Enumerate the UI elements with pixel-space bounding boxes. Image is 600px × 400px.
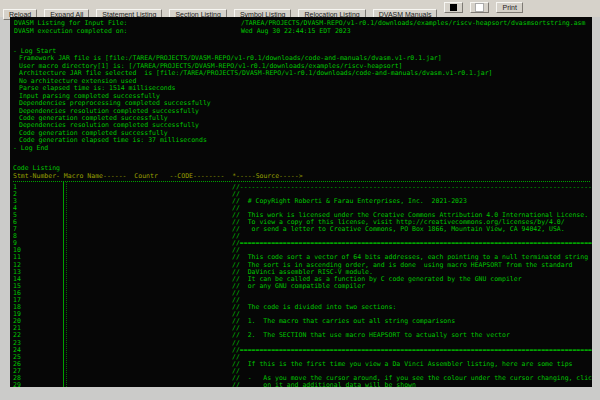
listing-row[interactable]: 22 // 2. The SECTION that use macro HEAP…	[10, 332, 592, 339]
source-text: // or any GNU compatible compiler	[232, 283, 365, 290]
log-end: - Log End	[10, 145, 592, 152]
statement-rows: 1 //------------------------------------…	[10, 184, 592, 388]
log-section: - Log Start Framework JAR file is [file:…	[10, 48, 592, 152]
listing-row[interactable]: 15 // or any GNU compatible compiler	[10, 283, 592, 290]
white-swatch-icon	[476, 4, 483, 11]
code-listing: Code Listing Stmt-Number- Macro Name----…	[10, 164, 592, 387]
file-info: DVASM Listing for Input File: /TAREA/PRO…	[14, 20, 592, 35]
source-text: // on it and additional data will be sho…	[232, 382, 416, 387]
listing-row[interactable]: 16 //	[10, 290, 592, 297]
listing-row[interactable]: 9 //====================================…	[10, 240, 592, 247]
source-text: // 1. The macro that carries out all str…	[232, 318, 455, 325]
toolbar: ReloadExpand AllStatement ListingSection…	[0, 0, 600, 17]
log-entry: Code generation elapsed time is: 37 mill…	[10, 137, 592, 144]
statement-number: 29	[13, 382, 21, 387]
code-listing-column-header: Stmt-Number- Macro Name------ Countr --C…	[13, 172, 303, 180]
file-info-label: DVASM execution completed on:	[14, 28, 241, 36]
listing-row[interactable]: 29 // on it and additional data will be …	[10, 382, 592, 387]
color-swatch-black-button[interactable]	[444, 2, 463, 13]
source-text: // The code is divided into two sections…	[232, 304, 396, 311]
listing-panel[interactable]: DVASM Listing for Input File: /TAREA/PRO…	[10, 17, 592, 387]
dvasm-listing-window: ReloadExpand AllStatement ListingSection…	[0, 0, 600, 400]
header-separator	[13, 181, 590, 182]
listing-row[interactable]: 20 // 1. The macro that carries out all …	[10, 318, 592, 325]
listing-row[interactable]: 3 // # CopyRight Roberti & Farau Enterpr…	[10, 198, 592, 205]
source-text: //--------------------------------------…	[232, 184, 592, 191]
black-swatch-icon	[450, 4, 457, 11]
listing-row[interactable]: 7 // or send a letter to Creative Common…	[10, 226, 592, 233]
source-text: // or send a letter to Creative Commons,…	[232, 226, 565, 233]
file-info-value: Wed Aug 30 22:44:15 EDT 2023	[241, 28, 351, 36]
source-text: // 2. The SECTION that use macro HEAPSOR…	[232, 332, 510, 339]
listing-row[interactable]: 26 // If this is the first time you view…	[10, 361, 592, 368]
source-text: // # CopyRight Roberti & Farau Enterpris…	[232, 198, 467, 205]
listing-row[interactable]: 18 // The code is divided into two secti…	[10, 304, 592, 311]
file-info-row: DVASM execution completed on: Wed Aug 30…	[14, 28, 592, 36]
print-button[interactable]: Print	[496, 2, 522, 13]
source-text: // If this is the first time you view a …	[232, 361, 572, 368]
code-listing-title: Code Listing	[10, 164, 592, 172]
source-text: //======================================…	[232, 240, 592, 247]
listing-row[interactable]: 1 //------------------------------------…	[10, 184, 592, 191]
color-swatch-white-button[interactable]	[470, 2, 489, 13]
source-text: //======================================…	[232, 347, 592, 354]
listing-row[interactable]: 24 //===================================…	[10, 347, 592, 354]
